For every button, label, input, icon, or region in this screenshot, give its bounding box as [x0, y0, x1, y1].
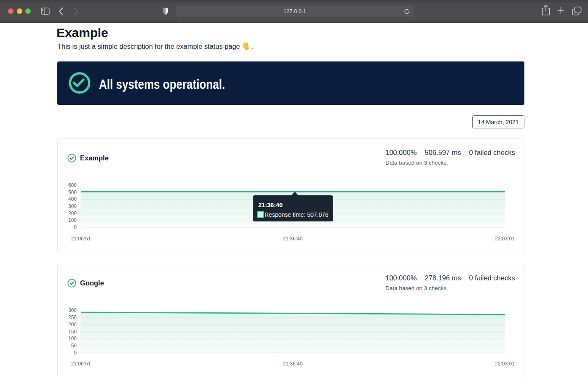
svg-text:250: 250 [68, 314, 77, 320]
svg-text:300: 300 [68, 307, 77, 313]
svg-text:21:36:40: 21:36:40 [258, 202, 283, 208]
svg-text:100: 100 [68, 217, 77, 223]
svg-text:22:03:01: 22:03:01 [495, 236, 515, 242]
svg-text:21:36:40: 21:36:40 [283, 361, 303, 367]
svg-text:150: 150 [68, 329, 77, 335]
svg-text:600: 600 [68, 182, 77, 188]
svg-text:400: 400 [68, 196, 77, 202]
svg-text:300: 300 [68, 203, 77, 209]
svg-text:21:36:40: 21:36:40 [283, 236, 303, 242]
svg-text:0: 0 [74, 350, 77, 356]
svg-text:Response time: 507.076: Response time: 507.076 [265, 211, 329, 218]
svg-text:50: 50 [71, 343, 77, 349]
svg-text:21:06:51: 21:06:51 [71, 236, 91, 242]
svg-text:0: 0 [74, 224, 77, 230]
svg-text:100: 100 [68, 336, 77, 341]
svg-text:21:06:51: 21:06:51 [71, 361, 91, 367]
svg-text:22:03:01: 22:03:01 [495, 361, 515, 367]
svg-text:200: 200 [68, 210, 77, 216]
svg-text:500: 500 [68, 189, 77, 195]
svg-text:200: 200 [68, 322, 77, 328]
